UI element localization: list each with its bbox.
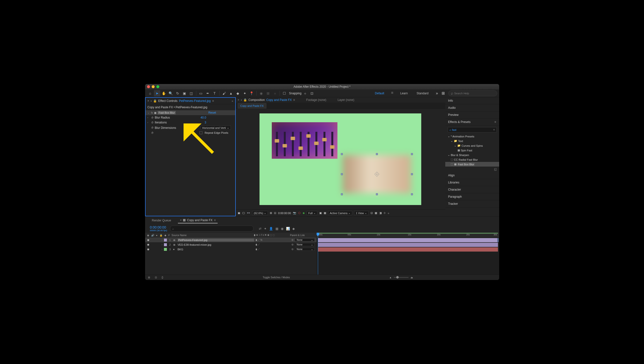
comp-marker[interactable]	[497, 238, 499, 242]
safe-icon[interactable]: ⊡	[274, 212, 276, 214]
switches[interactable]: ⬮ ╱	[256, 243, 290, 246]
layer-name[interactable]: VED-E38-featured-mixer.jpg	[178, 243, 254, 246]
footer-icon[interactable]: ⊞	[148, 276, 150, 279]
motion-blur-icon[interactable]: ◉	[281, 227, 284, 230]
text-tool-icon[interactable]: T	[212, 90, 218, 96]
current-timecode[interactable]: 0:00:00:00	[150, 225, 167, 229]
selection-handle[interactable]	[376, 193, 378, 195]
workspace-standard[interactable]: Standard	[415, 91, 431, 96]
workspace-default[interactable]: Default	[373, 91, 386, 96]
timeline-zoom[interactable]: ▲ ⛰	[389, 276, 413, 279]
lock-icon[interactable]: 🔒	[153, 99, 157, 103]
timeline-tracks[interactable]: :00s 05s 10s 15s 20s 25s 30s	[317, 233, 499, 274]
selection-handle[interactable]	[411, 153, 413, 155]
layer-row-3[interactable]: ◉ › 3 ■ BKG ⬮ ╱ ⊚ None⌄	[145, 247, 317, 252]
close-tab-icon[interactable]: ×	[238, 98, 239, 102]
effect-name[interactable]: Fast Box Blur	[158, 111, 176, 114]
switches[interactable]: ⬮ ╱ fx	[256, 238, 290, 242]
roto-tool-icon[interactable]: ✦	[242, 90, 248, 96]
label-color[interactable]	[164, 243, 167, 246]
panel-character[interactable]: Character	[445, 186, 499, 193]
panel-tracker[interactable]: Tracker	[445, 200, 499, 208]
param-value[interactable]: 3	[205, 121, 206, 124]
eraser-tool-icon[interactable]: ◆	[235, 90, 241, 96]
more-icon[interactable]: »	[436, 91, 438, 96]
lock-col-icon[interactable]: 🔒	[160, 234, 163, 236]
parent-col[interactable]: Parent & Link	[290, 234, 315, 236]
visibility-toggle[interactable]: ◉	[147, 243, 150, 246]
opt-icon[interactable]: ⊹	[383, 212, 386, 214]
home-icon[interactable]: ⌂	[147, 90, 153, 96]
frame-blend-icon[interactable]: ▦	[275, 227, 278, 230]
composition-canvas[interactable]	[260, 114, 421, 205]
disclosure-icon[interactable]: ›	[162, 244, 163, 246]
stamp-tool-icon[interactable]: ▲	[228, 90, 234, 96]
comp-name-link[interactable]: Copy and Paste FX	[266, 98, 292, 102]
snapshot-icon[interactable]: 📷	[293, 212, 296, 214]
tree-animation-presets[interactable]: ⌄* Animation Presets	[445, 134, 499, 139]
snap-checkbox[interactable]: ☐	[281, 90, 288, 96]
panel-preview[interactable]: Preview	[445, 112, 499, 118]
node-icon[interactable]: ◉	[258, 90, 264, 96]
selection-handle[interactable]	[376, 153, 378, 155]
search-help[interactable]: ⌕	[448, 90, 497, 96]
sync-icon[interactable]: ⊞	[442, 91, 445, 96]
opt-icon[interactable]: ⟐	[388, 212, 389, 214]
menu-icon[interactable]: ≡	[391, 91, 393, 96]
timecode-block[interactable]: 0:00:00:00 00000 (30.00 fps)	[150, 225, 167, 232]
close-tab-icon[interactable]: ×	[180, 218, 182, 222]
mesh-icon[interactable]: ⊞	[265, 90, 271, 96]
bone-icon[interactable]: ⟐	[272, 90, 278, 96]
selection-tool-icon[interactable]: ➤	[154, 90, 160, 96]
tree-spin-fast[interactable]: ▦Spin Fast	[445, 148, 499, 152]
layer-search[interactable]	[170, 226, 253, 232]
selection-handle[interactable]	[341, 153, 343, 155]
time-ruler[interactable]: :00s 05s 10s 15s 20s 25s 30s	[317, 233, 499, 238]
footer-icon[interactable]: {}	[162, 276, 164, 279]
effects-search[interactable]: ⌕ ×	[448, 127, 497, 132]
marker-icon[interactable]: ◆	[292, 227, 295, 230]
disclosure-icon[interactable]: ›	[148, 116, 150, 119]
footer-icon[interactable]: ⊡	[155, 276, 157, 279]
preset-icon[interactable]: ▦	[154, 112, 156, 114]
close-tab-icon[interactable]: ×	[148, 99, 149, 103]
lock-icon[interactable]: 🔒	[243, 98, 247, 102]
monitor-icon[interactable]: 🖵	[242, 212, 245, 214]
opt-icon[interactable]: ◨	[379, 212, 382, 214]
track-bar-3[interactable]	[318, 248, 498, 252]
selection-handle[interactable]	[411, 193, 413, 195]
minimize-icon[interactable]	[152, 85, 155, 88]
switches[interactable]: ⬮ ╱	[256, 248, 290, 251]
selection-handle[interactable]	[411, 173, 413, 175]
effect-header[interactable]: ⌄ fx ▦ Fast Box Blur Reset	[146, 110, 235, 115]
shy-icon[interactable]: 👤	[269, 227, 273, 230]
audio-col-icon[interactable]: 🔊	[151, 234, 154, 236]
track-bar-2[interactable]	[318, 243, 498, 247]
selected-layer-bounds[interactable]	[342, 154, 412, 194]
effects-search-input[interactable]	[452, 128, 493, 131]
parent-dropdown[interactable]: None⌄	[295, 248, 315, 251]
solo-col-icon[interactable]: ●	[156, 234, 158, 236]
transparency-icon[interactable]: ▦	[324, 212, 326, 214]
layer-tab[interactable]: Layer (none)	[338, 98, 354, 102]
zoom-dropdown[interactable]: (62.6%)⌄	[252, 211, 268, 215]
repeat-checkbox[interactable]	[200, 131, 202, 134]
workspace-learn[interactable]: Learn	[398, 91, 410, 96]
search-help-input[interactable]	[454, 92, 494, 95]
parent-dropdown[interactable]: None⌄	[295, 238, 315, 242]
zoom-tool-icon[interactable]: 🔍	[168, 90, 174, 96]
tab-composition[interactable]: × Copy and Paste FX ≡	[178, 218, 218, 224]
panel-audio[interactable]: Audio	[445, 104, 499, 112]
snap-opt2-icon[interactable]: ⊡	[309, 90, 315, 96]
stopwatch-icon[interactable]: ⏱	[151, 116, 154, 119]
color-icon[interactable]: ◆	[303, 212, 305, 214]
panel-file-link[interactable]: PetPeeves-Featured.jpg	[179, 99, 211, 103]
menu-icon[interactable]: ≡	[293, 98, 295, 102]
disclosure-icon[interactable]: ⌄	[148, 112, 150, 114]
brush-tool-icon[interactable]: 🖌	[221, 90, 227, 96]
opt-icon[interactable]: ▦	[375, 212, 377, 214]
dimensions-dropdown[interactable]: Horizontal and Verti ⌄	[201, 126, 231, 130]
pen-tool-icon[interactable]: ✒	[205, 90, 211, 96]
draft-icon[interactable]: ✦	[264, 227, 267, 230]
toggle-switches-button[interactable]: Toggle Switches / Modes	[168, 276, 384, 279]
